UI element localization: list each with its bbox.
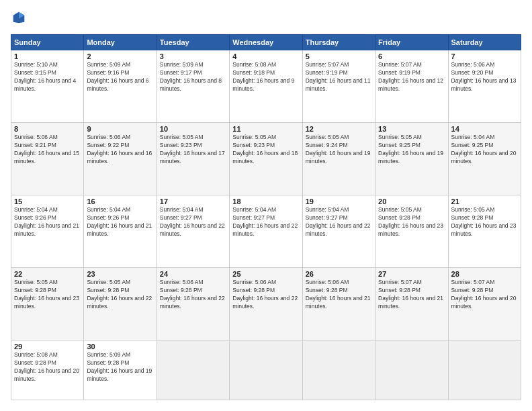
day-number: 14 bbox=[451, 125, 518, 133]
day-number: 8 bbox=[14, 125, 81, 133]
day-number: 2 bbox=[87, 52, 153, 60]
calendar-cell: 9Sunrise: 5:06 AMSunset: 9:22 PMDaylight… bbox=[84, 123, 157, 195]
calendar-cell: 8Sunrise: 5:06 AMSunset: 9:21 PMDaylight… bbox=[11, 123, 84, 195]
day-info: Sunrise: 5:06 AMSunset: 9:28 PMDaylight:… bbox=[306, 279, 372, 311]
day-number: 16 bbox=[87, 197, 153, 205]
day-number: 5 bbox=[306, 52, 372, 60]
day-info: Sunrise: 5:05 AMSunset: 9:23 PMDaylight:… bbox=[160, 134, 226, 166]
day-info: Sunrise: 5:09 AMSunset: 9:17 PMDaylight:… bbox=[160, 61, 226, 93]
calendar-cell: 12Sunrise: 5:05 AMSunset: 9:24 PMDayligh… bbox=[302, 123, 375, 195]
day-number: 17 bbox=[160, 197, 226, 205]
day-info: Sunrise: 5:06 AMSunset: 9:22 PMDaylight:… bbox=[87, 134, 153, 166]
day-info: Sunrise: 5:07 AMSunset: 9:28 PMDaylight:… bbox=[451, 279, 518, 311]
calendar-cell: 3Sunrise: 5:09 AMSunset: 9:17 PMDaylight… bbox=[157, 50, 229, 123]
day-info: Sunrise: 5:10 AMSunset: 9:15 PMDaylight:… bbox=[14, 61, 81, 93]
calendar-cell: 7Sunrise: 5:06 AMSunset: 9:20 PMDaylight… bbox=[448, 50, 521, 123]
calendar-cell bbox=[375, 340, 448, 400]
header-sunday: Sunday bbox=[11, 35, 84, 50]
page: SundayMondayTuesdayWednesdayThursdayFrid… bbox=[0, 0, 532, 411]
day-info: Sunrise: 5:08 AMSunset: 9:18 PMDaylight:… bbox=[232, 61, 299, 93]
day-info: Sunrise: 5:05 AMSunset: 9:28 PMDaylight:… bbox=[378, 206, 445, 238]
day-number: 24 bbox=[160, 270, 226, 278]
header bbox=[11, 11, 521, 28]
calendar-cell: 1Sunrise: 5:10 AMSunset: 9:15 PMDaylight… bbox=[11, 50, 84, 123]
day-info: Sunrise: 5:05 AMSunset: 9:24 PMDaylight:… bbox=[306, 134, 372, 166]
day-number: 29 bbox=[14, 342, 81, 351]
calendar-cell: 15Sunrise: 5:04 AMSunset: 9:26 PMDayligh… bbox=[11, 195, 84, 268]
calendar-week-2: 15Sunrise: 5:04 AMSunset: 9:26 PMDayligh… bbox=[11, 195, 521, 268]
calendar-cell: 20Sunrise: 5:05 AMSunset: 9:28 PMDayligh… bbox=[375, 195, 448, 268]
day-info: Sunrise: 5:04 AMSunset: 9:26 PMDaylight:… bbox=[87, 206, 153, 238]
day-info: Sunrise: 5:08 AMSunset: 9:28 PMDaylight:… bbox=[14, 351, 81, 383]
calendar-cell: 23Sunrise: 5:05 AMSunset: 9:28 PMDayligh… bbox=[84, 268, 157, 340]
header-monday: Monday bbox=[84, 35, 157, 50]
day-number: 26 bbox=[306, 270, 372, 278]
calendar-cell: 14Sunrise: 5:04 AMSunset: 9:25 PMDayligh… bbox=[448, 123, 521, 195]
calendar-week-0: 1Sunrise: 5:10 AMSunset: 9:15 PMDaylight… bbox=[11, 50, 521, 123]
calendar-cell: 19Sunrise: 5:04 AMSunset: 9:27 PMDayligh… bbox=[302, 195, 375, 268]
day-info: Sunrise: 5:04 AMSunset: 9:27 PMDaylight:… bbox=[232, 206, 299, 238]
calendar-cell: 5Sunrise: 5:07 AMSunset: 9:19 PMDaylight… bbox=[302, 50, 375, 123]
day-info: Sunrise: 5:07 AMSunset: 9:28 PMDaylight:… bbox=[378, 279, 445, 311]
day-number: 4 bbox=[232, 52, 299, 60]
day-info: Sunrise: 5:05 AMSunset: 9:23 PMDaylight:… bbox=[232, 134, 299, 166]
day-number: 13 bbox=[378, 125, 445, 133]
header-friday: Friday bbox=[375, 35, 448, 50]
calendar-cell bbox=[157, 340, 229, 400]
day-number: 27 bbox=[378, 270, 445, 278]
calendar-cell: 24Sunrise: 5:06 AMSunset: 9:28 PMDayligh… bbox=[157, 268, 229, 340]
day-info: Sunrise: 5:04 AMSunset: 9:27 PMDaylight:… bbox=[306, 206, 372, 238]
calendar-cell bbox=[448, 340, 521, 400]
calendar-cell: 26Sunrise: 5:06 AMSunset: 9:28 PMDayligh… bbox=[302, 268, 375, 340]
day-info: Sunrise: 5:04 AMSunset: 9:26 PMDaylight:… bbox=[14, 206, 81, 238]
calendar-cell: 6Sunrise: 5:07 AMSunset: 9:19 PMDaylight… bbox=[375, 50, 448, 123]
logo bbox=[11, 11, 26, 28]
calendar-cell bbox=[302, 340, 375, 400]
day-info: Sunrise: 5:05 AMSunset: 9:28 PMDaylight:… bbox=[451, 206, 518, 238]
day-number: 23 bbox=[87, 270, 153, 278]
day-info: Sunrise: 5:04 AMSunset: 9:25 PMDaylight:… bbox=[451, 134, 518, 166]
day-info: Sunrise: 5:04 AMSunset: 9:27 PMDaylight:… bbox=[160, 206, 226, 238]
calendar-cell: 21Sunrise: 5:05 AMSunset: 9:28 PMDayligh… bbox=[448, 195, 521, 268]
calendar-week-4: 29Sunrise: 5:08 AMSunset: 9:28 PMDayligh… bbox=[11, 340, 521, 400]
day-number: 11 bbox=[232, 125, 299, 133]
day-info: Sunrise: 5:05 AMSunset: 9:28 PMDaylight:… bbox=[14, 279, 81, 311]
header-thursday: Thursday bbox=[302, 35, 375, 50]
calendar-cell: 27Sunrise: 5:07 AMSunset: 9:28 PMDayligh… bbox=[375, 268, 448, 340]
calendar-cell: 30Sunrise: 5:09 AMSunset: 9:28 PMDayligh… bbox=[84, 340, 157, 400]
day-info: Sunrise: 5:07 AMSunset: 9:19 PMDaylight:… bbox=[306, 61, 372, 93]
header-saturday: Saturday bbox=[448, 35, 521, 50]
header-wednesday: Wednesday bbox=[230, 35, 302, 50]
day-number: 1 bbox=[14, 52, 81, 60]
calendar-cell: 10Sunrise: 5:05 AMSunset: 9:23 PMDayligh… bbox=[157, 123, 229, 195]
day-number: 7 bbox=[451, 52, 518, 60]
day-number: 22 bbox=[14, 270, 81, 278]
header-tuesday: Tuesday bbox=[157, 35, 229, 50]
day-info: Sunrise: 5:07 AMSunset: 9:19 PMDaylight:… bbox=[378, 61, 445, 93]
day-number: 10 bbox=[160, 125, 226, 133]
calendar-week-1: 8Sunrise: 5:06 AMSunset: 9:21 PMDaylight… bbox=[11, 123, 521, 195]
calendar-cell: 4Sunrise: 5:08 AMSunset: 9:18 PMDaylight… bbox=[230, 50, 302, 123]
day-number: 15 bbox=[14, 197, 81, 205]
day-number: 18 bbox=[232, 197, 299, 205]
day-number: 6 bbox=[378, 52, 445, 60]
day-info: Sunrise: 5:09 AMSunset: 9:28 PMDaylight:… bbox=[87, 351, 153, 383]
calendar-cell: 22Sunrise: 5:05 AMSunset: 9:28 PMDayligh… bbox=[11, 268, 84, 340]
day-info: Sunrise: 5:06 AMSunset: 9:21 PMDaylight:… bbox=[14, 134, 81, 166]
logo-text bbox=[11, 11, 26, 28]
calendar-cell: 17Sunrise: 5:04 AMSunset: 9:27 PMDayligh… bbox=[157, 195, 229, 268]
calendar-cell: 18Sunrise: 5:04 AMSunset: 9:27 PMDayligh… bbox=[230, 195, 302, 268]
calendar-cell: 25Sunrise: 5:06 AMSunset: 9:28 PMDayligh… bbox=[230, 268, 302, 340]
day-number: 20 bbox=[378, 197, 445, 205]
calendar-cell bbox=[230, 340, 302, 400]
day-info: Sunrise: 5:06 AMSunset: 9:20 PMDaylight:… bbox=[451, 61, 518, 93]
day-number: 3 bbox=[160, 52, 226, 60]
day-number: 9 bbox=[87, 125, 153, 133]
day-number: 28 bbox=[451, 270, 518, 278]
calendar-cell: 11Sunrise: 5:05 AMSunset: 9:23 PMDayligh… bbox=[230, 123, 302, 195]
day-info: Sunrise: 5:06 AMSunset: 9:28 PMDaylight:… bbox=[160, 279, 226, 311]
calendar-week-3: 22Sunrise: 5:05 AMSunset: 9:28 PMDayligh… bbox=[11, 268, 521, 340]
day-info: Sunrise: 5:09 AMSunset: 9:16 PMDaylight:… bbox=[87, 61, 153, 93]
calendar-cell: 16Sunrise: 5:04 AMSunset: 9:26 PMDayligh… bbox=[84, 195, 157, 268]
calendar-cell: 13Sunrise: 5:05 AMSunset: 9:25 PMDayligh… bbox=[375, 123, 448, 195]
